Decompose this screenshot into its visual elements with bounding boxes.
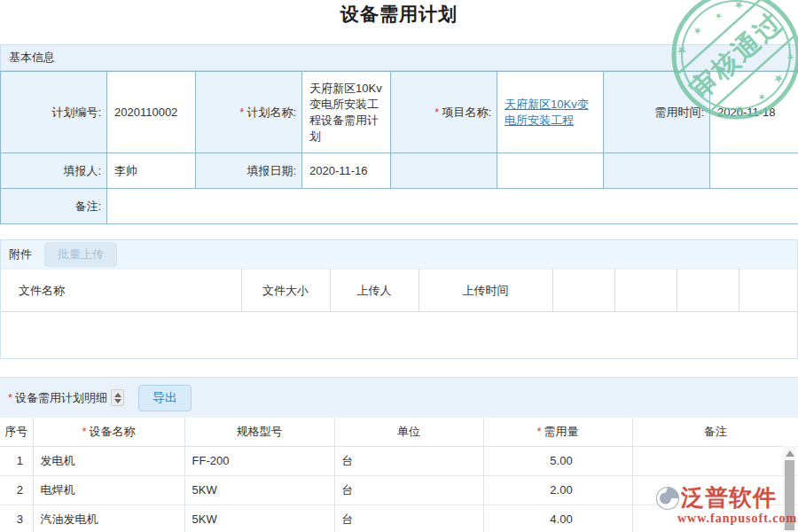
required-mark: * [8,391,12,404]
page: 设备需用计划 基本信息 计划编号: 2020110002 *计划名称: 天府新区… [0,0,798,532]
empty-cell [552,270,614,312]
col-unit: 单位 [334,418,483,446]
form-row-1: 计划编号: 2020110002 *计划名称: 天府新区10Kv变电所安装工程设… [1,72,798,153]
remark-value [107,189,798,224]
required-mark: * [536,425,541,438]
plan-no-value: 2020110002 [107,72,196,153]
scroll-up-icon[interactable] [786,450,794,457]
cell-seq: 2 [0,475,33,505]
empty-cell [710,153,798,189]
fanpu-logo-icon [654,485,681,512]
col-remark: 备注 [632,418,798,446]
cell-remark [632,446,798,475]
col-model: 规格型号 [184,418,334,446]
fill-date-value: 2020-11-16 [302,153,391,189]
cell-equipment-name: 发电机 [33,446,184,475]
basic-info-section: 基本信息 计划编号: 2020110002 *计划名称: 天府新区10Kv变电所… [0,44,798,224]
fill-date-label: 填报日期: [196,153,302,189]
col-upload-time: 上传时间 [419,270,552,312]
filler-label: 填报人: [1,153,107,189]
basic-info-section-header: 基本信息 [0,44,798,71]
empty-cell [677,270,739,312]
need-time-label: 需用时间: [604,72,710,153]
project-label: *项目名称: [391,72,497,153]
col-uploader: 上传人 [330,270,419,312]
col-file-size: 文件大小 [241,270,330,312]
col-qty: *需用量 [483,418,632,446]
brand-name: 泛普软件 [681,482,777,513]
empty-cell [739,270,797,312]
cell-qty: 4.00 [483,505,632,532]
cell-qty: 5.00 [483,446,632,475]
project-value: 天府新区10Kv变电所安装工程 [497,72,604,153]
cell-qty: 2.00 [483,475,632,505]
brand-url: www.fanpusoft.com [654,512,794,526]
attachments-section: 附件 批量上传 文件名称 文件大小 上传人 上传时间 [0,239,798,359]
basic-info-title: 基本信息 [9,51,55,64]
sort-spinner-icon[interactable] [111,389,124,406]
remark-label: 备注: [1,189,107,224]
required-mark: * [82,425,86,438]
cell-unit: 台 [334,446,483,475]
col-equipment-name: *设备名称 [33,418,184,446]
need-time-value: 2020-11-18 [710,72,798,153]
sort-up-icon [114,393,121,397]
details-header-row: 序号 *设备名称 规格型号 单位 *需用量 备注 [0,418,798,446]
empty-cell [497,153,604,189]
cell-seq: 1 [0,446,33,475]
empty-cell [614,270,677,312]
attachments-table: 文件名称 文件大小 上传人 上传时间 [1,269,797,312]
cell-model: 5KW [184,505,334,532]
page-title: 设备需用计划 [0,2,798,27]
plan-name-value: 天府新区10Kv变电所安装工程设备需用计划 [302,72,391,153]
details-title: 设备需用计划明细 [15,390,107,406]
attachments-header-row: 文件名称 文件大小 上传人 上传时间 [1,270,797,312]
basic-info-table: 计划编号: 2020110002 *计划名称: 天府新区10Kv变电所安装工程设… [0,71,798,224]
plan-name-label: *计划名称: [196,72,302,153]
details-section-header: * 设备需用计划明细 导出 [0,377,798,418]
cell-model: 5KW [184,475,334,505]
form-row-3: 备注: [1,189,798,224]
export-button[interactable]: 导出 [138,385,192,411]
required-mark: * [434,106,439,119]
empty-cell [604,153,710,189]
cell-unit: 台 [334,505,483,532]
form-row-2: 填报人: 李帅 填报日期: 2020-11-16 [1,153,798,189]
col-file-name: 文件名称 [1,270,241,312]
col-seq: 序号 [0,418,33,446]
cell-equipment-name: 汽油发电机 [33,505,184,532]
sort-down-icon [114,399,121,403]
attachments-section-header: 附件 批量上传 [1,240,797,269]
empty-cell [391,153,497,189]
batch-upload-button[interactable]: 批量上传 [44,242,117,267]
filler-value: 李帅 [107,153,196,189]
table-row: 1 发电机 FF-200 台 5.00 [0,446,798,475]
cell-seq: 3 [0,505,33,532]
required-mark: * [239,106,244,119]
cell-model: FF-200 [184,446,334,475]
cell-unit: 台 [334,475,483,505]
cell-equipment-name: 电焊机 [33,475,184,505]
attachments-title: 附件 [9,246,32,262]
brand-watermark: 泛普软件 www.fanpusoft.com [654,482,794,526]
project-link[interactable]: 天府新区10Kv变电所安装工程 [505,98,589,127]
plan-no-label: 计划编号: [1,72,107,153]
